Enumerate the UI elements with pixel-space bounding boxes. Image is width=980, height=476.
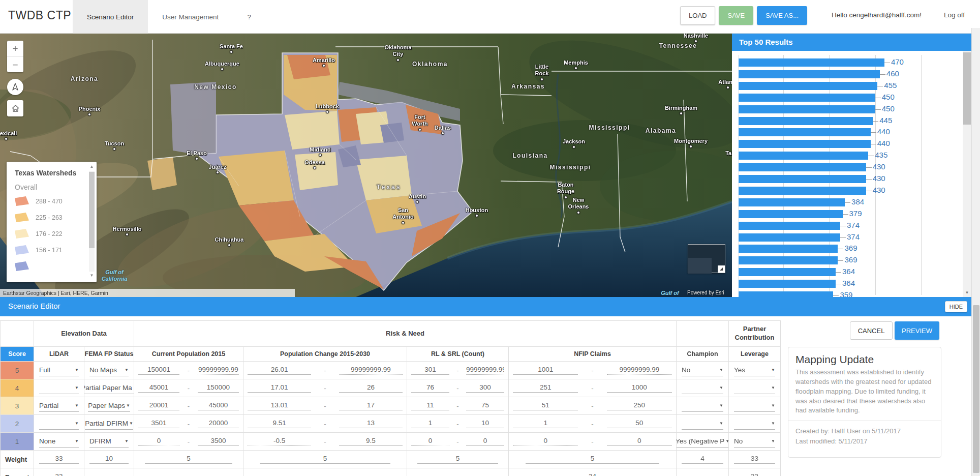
result-bar[interactable] [739,163,866,171]
population-change-max-input[interactable]: 26 [339,383,403,393]
map-canvas[interactable]: ArizonaNew MexicoOklahomaArkansasMississ… [0,34,732,297]
page-scroll-thumb[interactable] [973,305,979,473]
hide-button[interactable]: HIDE [945,301,967,312]
current-population-max-input[interactable]: 99999999.99 [198,366,239,375]
rl-srl-min-input[interactable]: 301 [411,366,449,375]
result-bar[interactable] [739,245,838,253]
result-bar[interactable] [739,82,877,90]
tab-user-management[interactable]: User Management [148,0,233,34]
weight-row-input[interactable]: 33 [734,455,775,464]
leverage-dropdown[interactable]: No▼ [734,435,775,448]
weight-row-input[interactable]: 33 [39,455,79,464]
log-off-link[interactable]: Log off [944,11,965,19]
save-as-button[interactable]: SAVE AS... [757,6,807,25]
current-population-max-input[interactable]: 3500 [198,437,239,446]
result-bar[interactable] [739,140,871,148]
result-bar[interactable] [739,291,833,297]
rl-srl-max-input[interactable]: 300 [466,383,504,393]
leverage-dropdown[interactable]: ▼ [734,418,775,430]
fema-fp-status-dropdown[interactable]: Partial DFIRM▼ [85,418,133,430]
population-change-max-input[interactable]: 13 [339,419,403,428]
current-population-min-input[interactable]: 20001 [138,401,179,410]
legend-scroll-thumb[interactable] [89,172,95,248]
home-extent-button[interactable] [7,100,23,116]
result-bar[interactable] [739,58,884,67]
results-scroll-thumb[interactable] [963,52,971,125]
percent-row-input[interactable]: 34 [526,472,659,476]
results-scroll-down-icon[interactable]: ▼ [963,289,971,297]
nfip-claims-min-input[interactable]: 1001 [513,366,578,375]
population-change-min-input[interactable]: 13.01 [248,401,311,410]
population-change-max-input[interactable]: 99999999.99 [339,366,403,375]
result-bar[interactable] [739,70,880,78]
lidar-dropdown[interactable]: None▼ [39,435,79,448]
population-change-max-input[interactable]: 17 [339,401,403,410]
cancel-button[interactable]: CANCEL [850,321,893,340]
inset-toggle-button[interactable] [718,265,725,273]
result-bar[interactable] [739,198,845,206]
result-bar[interactable] [739,187,866,195]
current-population-max-input[interactable]: 150000 [198,383,239,393]
zoom-out-button[interactable]: − [7,56,23,72]
result-bar[interactable] [739,105,875,113]
nfip-claims-max-input[interactable]: 50 [607,419,672,428]
preview-button[interactable]: PREVIEW [895,321,939,340]
zoom-in-button[interactable]: + [7,41,23,56]
result-bar[interactable] [739,94,875,102]
nfip-claims-min-input[interactable]: 51 [513,401,578,410]
save-button[interactable]: SAVE [719,6,753,25]
result-bar[interactable] [739,117,873,125]
result-bar[interactable] [739,233,840,242]
population-change-max-input[interactable]: 9.5 [339,437,403,446]
lidar-dropdown[interactable]: ▼ [39,418,79,430]
legend-scroll-down-icon[interactable]: ▼ [88,273,95,279]
champion-dropdown[interactable]: Yes (Negative P▼ [677,435,729,448]
locate-button[interactable] [7,79,23,95]
champion-dropdown[interactable]: No▼ [682,364,723,376]
nfip-claims-max-input[interactable]: 250 [607,401,672,410]
nfip-claims-min-input[interactable]: 1 [513,419,578,428]
current-population-min-input[interactable]: 3501 [138,419,179,428]
nfip-claims-min-input[interactable]: 251 [513,383,578,393]
nfip-claims-max-input[interactable]: 99999999.99 [607,366,672,375]
percent-row-input[interactable]: 33 [734,472,775,476]
nfip-claims-max-input[interactable]: 1000 [607,383,672,393]
population-change-min-input[interactable]: 9.51 [248,419,311,428]
tab-scenario-editor[interactable]: Scenario Editor [73,0,148,34]
population-change-min-input[interactable]: 26.01 [248,366,311,375]
rl-srl-min-input[interactable]: 11 [411,401,449,410]
overview-inset-map[interactable] [688,244,725,273]
result-bar[interactable] [739,280,836,288]
leverage-dropdown[interactable]: ▼ [734,382,775,394]
lidar-dropdown[interactable]: Full▼ [39,364,79,376]
weight-row-input[interactable]: 10 [89,455,129,464]
fema-fp-status-dropdown[interactable]: DFIRM▼ [89,435,129,448]
fema-fp-status-dropdown[interactable]: Paper Maps▼ [88,400,130,412]
percent-row-input[interactable]: 33 [39,472,79,476]
fema-fp-status-dropdown[interactable]: Partial Paper Ma▼ [84,382,134,394]
result-bar[interactable] [739,152,868,160]
leverage-dropdown[interactable]: ▼ [734,400,775,412]
rl-srl-max-input[interactable]: 0 [466,437,504,446]
result-bar[interactable] [739,175,866,183]
tab-[interactable]: ? [233,0,265,34]
rl-srl-min-input[interactable]: 1 [411,419,449,428]
lidar-dropdown[interactable]: ▼ [39,382,79,394]
rl-srl-max-input[interactable]: 99999999.99 [466,366,504,375]
legend-scroll-up-icon[interactable]: ▲ [88,164,95,170]
weight-row-input[interactable]: 5 [526,455,659,464]
champion-dropdown[interactable]: ▼ [682,418,723,430]
load-button[interactable]: LOAD [680,6,715,25]
nfip-claims-max-input[interactable]: 0 [607,437,672,446]
fema-fp-status-dropdown[interactable]: No Maps▼ [89,364,129,376]
weight-row-input[interactable]: 5 [417,455,498,464]
rl-srl-max-input[interactable]: 10 [466,419,504,428]
result-bar[interactable] [739,210,843,218]
lidar-dropdown[interactable]: Partial▼ [39,400,79,412]
current-population-max-input[interactable]: 45000 [198,401,239,410]
current-population-min-input[interactable]: 0 [138,437,179,446]
current-population-min-input[interactable]: 45001 [138,383,179,393]
nfip-claims-min-input[interactable]: 0 [513,437,578,446]
result-bar[interactable] [739,256,838,264]
population-change-min-input[interactable]: 17.01 [248,383,311,393]
